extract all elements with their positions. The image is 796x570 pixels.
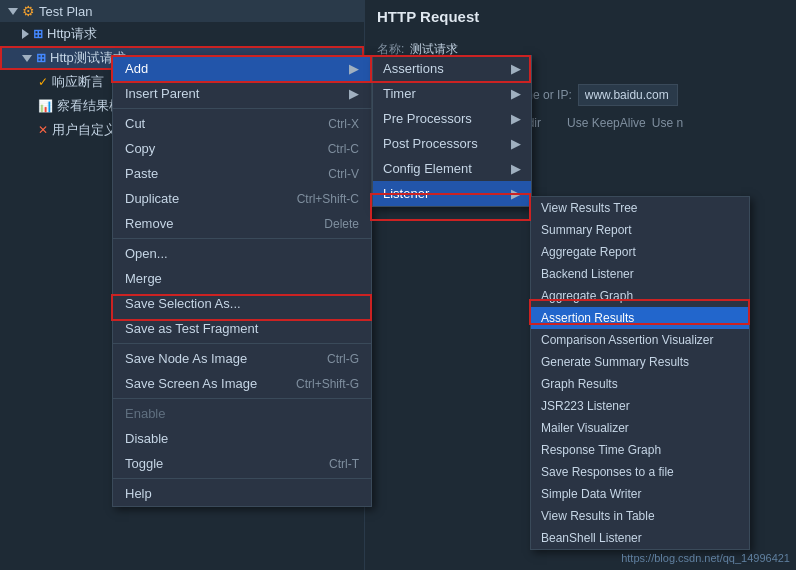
menu-label-insert-parent: Insert Parent <box>125 86 199 101</box>
collapse-icon <box>22 29 29 39</box>
menu-item-open[interactable]: Open... <box>113 241 371 266</box>
listener-label-graph-results: Graph Results <box>541 377 618 391</box>
watermark: https://blog.csdn.net/qq_14996421 <box>621 552 790 564</box>
context-menu: Add ▶ Insert Parent ▶ Cut Ctrl-X Copy Ct… <box>112 55 372 507</box>
listener-summary-report[interactable]: Summary Report <box>531 219 749 241</box>
var-icon: ✕ <box>38 123 48 137</box>
menu-item-save-screen-image[interactable]: Save Screen As Image Ctrl+Shift-G <box>113 371 371 396</box>
arrow-icon-timer: ▶ <box>511 86 521 101</box>
shortcut-save-node: Ctrl-G <box>327 352 359 366</box>
menu-item-help[interactable]: Help <box>113 481 371 506</box>
submenu-add: Assertions ▶ Timer ▶ Pre Processors ▶ Po… <box>372 55 532 207</box>
listener-label-view-results-table: View Results in Table <box>541 509 655 523</box>
listener-graph-results[interactable]: Graph Results <box>531 373 749 395</box>
listener-label-assertion-results: Assertion Results <box>541 311 634 325</box>
menu-label-save-screen-image: Save Screen As Image <box>125 376 257 391</box>
menu-label-help: Help <box>125 486 152 501</box>
listener-label-aggregate-graph: Aggregate Graph <box>541 289 633 303</box>
listener-comparison-assertion[interactable]: Comparison Assertion Visualizer <box>531 329 749 351</box>
shortcut-copy: Ctrl-C <box>328 142 359 156</box>
menu-label-duplicate: Duplicate <box>125 191 179 206</box>
menu-item-save-fragment[interactable]: Save as Test Fragment <box>113 316 371 341</box>
submenu-label-config-element: Config Element <box>383 161 472 176</box>
submenu-add-listener[interactable]: Listener ▶ <box>373 181 531 206</box>
listener-mailer[interactable]: Mailer Visualizer <box>531 417 749 439</box>
listener-label-aggregate-report: Aggregate Report <box>541 245 636 259</box>
submenu-add-timer[interactable]: Timer ▶ <box>373 81 531 106</box>
tree-item-test-plan[interactable]: ⚙ Test Plan <box>0 0 364 22</box>
expand-icon-2 <box>22 55 32 62</box>
menu-item-save-selection[interactable]: Save Selection As... <box>113 291 371 316</box>
use-label: Use n <box>652 116 683 130</box>
menu-item-toggle[interactable]: Toggle Ctrl-T <box>113 451 371 476</box>
tree-label-test-plan: Test Plan <box>39 4 92 19</box>
listener-response-time[interactable]: Response Time Graph <box>531 439 749 461</box>
menu-item-paste[interactable]: Paste Ctrl-V <box>113 161 371 186</box>
listener-label-beanshell: BeanShell Listener <box>541 531 642 545</box>
submenu-add-post-processors[interactable]: Post Processors ▶ <box>373 131 531 156</box>
listener-label-save-responses: Save Responses to a file <box>541 465 674 479</box>
listener-assertion-results[interactable]: Assertion Results <box>531 307 749 329</box>
submenu-listener: View Results Tree Summary Report Aggrega… <box>530 196 750 550</box>
arrow-icon-pre-processors: ▶ <box>511 111 521 126</box>
menu-item-enable: Enable <box>113 401 371 426</box>
menu-label-enable: Enable <box>125 406 165 421</box>
menu-item-merge[interactable]: Merge <box>113 266 371 291</box>
menu-label-paste: Paste <box>125 166 158 181</box>
submenu-add-config-element[interactable]: Config Element ▶ <box>373 156 531 181</box>
listener-view-results-tree[interactable]: View Results Tree <box>531 197 749 219</box>
submenu-add-assertions[interactable]: Assertions ▶ <box>373 56 531 81</box>
menu-item-duplicate[interactable]: Duplicate Ctrl+Shift-C <box>113 186 371 211</box>
listener-generate-summary[interactable]: Generate Summary Results <box>531 351 749 373</box>
shortcut-duplicate: Ctrl+Shift-C <box>297 192 359 206</box>
menu-label-disable: Disable <box>125 431 168 446</box>
expand-icon <box>8 8 18 15</box>
menu-label-save-fragment: Save as Test Fragment <box>125 321 258 336</box>
listener-backend-listener[interactable]: Backend Listener <box>531 263 749 285</box>
listener-simple-data[interactable]: Simple Data Writer <box>531 483 749 505</box>
listener-aggregate-report[interactable]: Aggregate Report <box>531 241 749 263</box>
menu-item-save-node-image[interactable]: Save Node As Image Ctrl-G <box>113 346 371 371</box>
listener-view-results-table[interactable]: View Results in Table <box>531 505 749 527</box>
listener-jsr223[interactable]: JSR223 Listener <box>531 395 749 417</box>
listener-save-responses[interactable]: Save Responses to a file <box>531 461 749 483</box>
server-input[interactable] <box>578 84 678 106</box>
shortcut-paste: Ctrl-V <box>328 167 359 181</box>
shortcut-toggle: Ctrl-T <box>329 457 359 471</box>
arrow-icon-listener: ▶ <box>511 186 521 201</box>
menu-item-disable[interactable]: Disable <box>113 426 371 451</box>
listener-label-mailer: Mailer Visualizer <box>541 421 629 435</box>
menu-label-open: Open... <box>125 246 168 261</box>
separator-3 <box>113 343 371 344</box>
plan-icon: ⚙ <box>22 3 35 19</box>
listener-label-jsr223: JSR223 Listener <box>541 399 630 413</box>
listener-label-comparison-assertion: Comparison Assertion Visualizer <box>541 333 714 347</box>
listener-label-simple-data: Simple Data Writer <box>541 487 641 501</box>
menu-label-save-node-image: Save Node As Image <box>125 351 247 366</box>
menu-label-merge: Merge <box>125 271 162 286</box>
listener-beanshell[interactable]: BeanShell Listener <box>531 527 749 549</box>
menu-label-save-selection: Save Selection As... <box>125 296 241 311</box>
menu-item-copy[interactable]: Copy Ctrl-C <box>113 136 371 161</box>
submenu-label-timer: Timer <box>383 86 416 101</box>
submenu-add-pre-processors[interactable]: Pre Processors ▶ <box>373 106 531 131</box>
keepalive-label: Use KeepAlive <box>567 116 646 130</box>
submenu-label-listener: Listener <box>383 186 429 201</box>
menu-item-remove[interactable]: Remove Delete <box>113 211 371 236</box>
separator-5 <box>113 478 371 479</box>
shortcut-remove: Delete <box>324 217 359 231</box>
listener-aggregate-graph[interactable]: Aggregate Graph <box>531 285 749 307</box>
listener-label-generate-summary: Generate Summary Results <box>541 355 689 369</box>
shortcut-cut: Ctrl-X <box>328 117 359 131</box>
menu-item-insert-parent[interactable]: Insert Parent ▶ <box>113 81 371 106</box>
menu-item-cut[interactable]: Cut Ctrl-X <box>113 111 371 136</box>
http-icon-2: ⊞ <box>36 51 46 65</box>
arrow-icon-insert-parent: ▶ <box>349 86 359 101</box>
menu-label-copy: Copy <box>125 141 155 156</box>
menu-item-add[interactable]: Add ▶ <box>113 56 371 81</box>
listener-label-backend-listener: Backend Listener <box>541 267 634 281</box>
listener-label-summary-report: Summary Report <box>541 223 632 237</box>
shortcut-save-screen: Ctrl+Shift-G <box>296 377 359 391</box>
tree-item-http-request[interactable]: ⊞ Http请求 <box>0 22 364 46</box>
arrow-icon-assertions: ▶ <box>511 61 521 76</box>
